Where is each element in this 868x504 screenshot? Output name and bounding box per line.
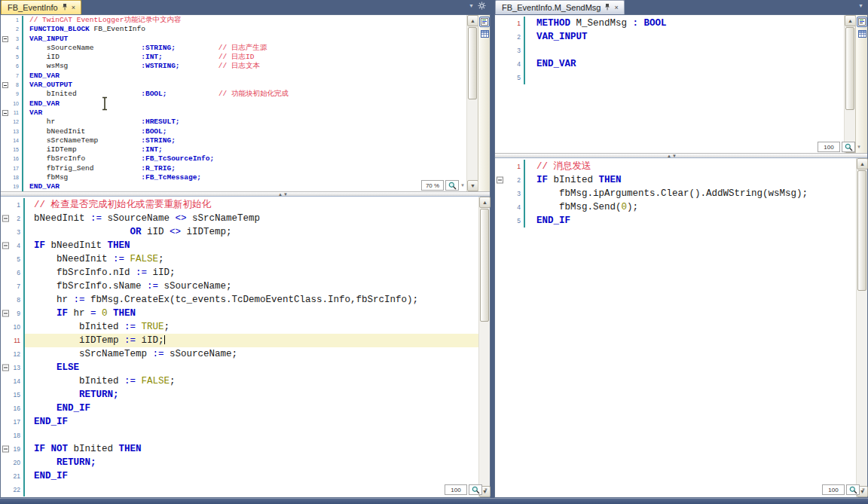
code-line[interactable]: 17 fbTrig_Send :R_TRIG; [1, 164, 490, 173]
declaration-editor[interactable]: 1// TwinCAT EventLogger功能记录中文内容2FUNCTION… [1, 15, 490, 191]
code-line[interactable]: 16 fbSrcInfo :FB_TcSourceInfo; [1, 154, 490, 163]
fold-toggle-icon[interactable] [495, 173, 507, 187]
pin-icon[interactable] [62, 3, 68, 12]
zoom-magnifier-button[interactable] [469, 484, 482, 495]
zoom-level-value[interactable]: 100 [818, 142, 840, 152]
code-line[interactable]: 8 hr := fbMsg.CreateEx(tc_events.TcDemoE… [1, 293, 490, 307]
code-line[interactable]: 13 bNeedInit :BOOL; [1, 127, 490, 136]
code-line[interactable]: 7 fbSrcInfo.sName := sSourceName; [1, 279, 490, 293]
code-line[interactable]: 18 fbMsg :FB_TcMessage; [1, 173, 490, 182]
tab-overflow-icon[interactable]: ▼ [469, 3, 474, 8]
scrollbar-thumb[interactable] [857, 170, 866, 291]
code-line[interactable]: 4END_VAR [495, 57, 867, 71]
scroll-up-icon[interactable]: ▲ [845, 15, 856, 26]
code-line[interactable]: 7END_VAR [1, 72, 490, 81]
pin-icon[interactable] [604, 3, 610, 12]
code-line[interactable]: 1METHOD M_SendMsg : BOOL [495, 17, 867, 30]
fold-toggle-icon[interactable] [1, 442, 11, 456]
scrollbar-decl-left[interactable]: ▲ ▼ [466, 15, 478, 191]
code-line[interactable]: 3 [495, 44, 867, 57]
code-line[interactable]: 1// TwinCAT EventLogger功能记录中文内容 [1, 16, 490, 25]
code-line[interactable]: 3 fbMsg.ipArguments.Clear().AddWString(w… [495, 187, 867, 200]
code-line[interactable]: 1// 检查是否完成初始化或需要重新初始化 [1, 198, 490, 212]
textual-view-button[interactable] [479, 17, 490, 27]
method-implementation-editor[interactable]: 1// 消息发送2IF bInited THEN3 fbMsg.ipArgume… [495, 158, 867, 497]
code-line[interactable]: 22 [1, 483, 490, 496]
code-line[interactable]: 10 bInited := TRUE; [1, 320, 490, 334]
scrollbar-thumb[interactable] [845, 27, 854, 110]
scroll-up-icon[interactable]: ▲ [479, 197, 491, 208]
tabular-view-button[interactable] [479, 29, 490, 39]
fold-toggle-icon[interactable] [1, 212, 11, 225]
pane-splitter-right[interactable]: ▲▼ [495, 153, 867, 158]
close-icon[interactable]: × [614, 5, 618, 11]
code-line[interactable]: 15 RETURN; [1, 388, 490, 402]
code-line[interactable]: 9 bInited :BOOL; // 功能块初始化完成 [1, 90, 490, 99]
options-gear-icon[interactable] [478, 2, 486, 11]
fold-toggle-icon[interactable] [1, 361, 11, 374]
code-line[interactable]: 4IF bNeedInit THEN [1, 239, 490, 252]
code-line[interactable]: 9 IF hr = 0 THEN [1, 307, 490, 320]
scroll-down-icon[interactable]: ▼ [467, 180, 478, 191]
code-line[interactable]: 3 OR iID <> iIDTemp; [1, 225, 490, 239]
fold-toggle-icon[interactable] [1, 35, 11, 44]
close-icon[interactable]: × [72, 5, 75, 11]
code-line[interactable]: 2VAR_INPUT [495, 30, 867, 44]
code-line[interactable]: 19END_VAR [1, 182, 490, 191]
code-line[interactable]: 2bNeedInit := sSourceName <> sSrcNameTem… [1, 212, 490, 225]
code-line[interactable]: 21END_IF [1, 469, 490, 483]
fold-toggle-icon[interactable] [1, 307, 11, 320]
fold-toggle-icon[interactable] [1, 239, 11, 252]
implementation-editor[interactable]: 1// 检查是否完成初始化或需要重新初始化2bNeedInit := sSour… [1, 197, 490, 497]
fold-toggle-icon[interactable] [1, 108, 11, 118]
zoom-level-value[interactable]: 100 [445, 484, 467, 495]
fold-toggle-icon[interactable] [1, 81, 11, 90]
tab-fb-eventinfo-m-sendmsg[interactable]: FB_EventInfo.M_SendMsg × [495, 0, 625, 14]
code-line[interactable]: 16 END_IF [1, 402, 490, 415]
code-line[interactable]: 12 hr :HRESULT; [1, 118, 490, 127]
code-line[interactable]: 2FUNCTION_BLOCK FB_EventInfo [1, 25, 490, 34]
code-line[interactable]: 11VAR [1, 108, 490, 118]
code-line[interactable]: 13 ELSE [1, 361, 490, 374]
scroll-up-icon[interactable]: ▲ [467, 15, 478, 26]
scrollbar-decl-right[interactable]: ▲ ▼ [844, 15, 855, 153]
code-line[interactable]: 11 iIDTemp := iID; [1, 334, 490, 347]
code-line[interactable]: 12 sSrcNameTemp := sSourceName; [1, 347, 490, 361]
code-line[interactable]: 6 wsMsg :WSTRING; // 日志文本 [1, 62, 490, 71]
code-line[interactable]: 8VAR_OUTPUT [1, 81, 490, 90]
tabular-view-button[interactable] [857, 29, 867, 39]
scrollbar-thumb[interactable] [468, 27, 477, 99]
scrollbar-impl-right[interactable]: ▲ ▼ [856, 158, 867, 497]
code-line[interactable]: 6 fbSrcInfo.nId := iID; [1, 266, 490, 279]
code-line[interactable]: 4 fbMsg.Send(0); [495, 200, 867, 214]
zoom-dropdown-icon[interactable]: ▼ [861, 487, 866, 492]
code-line[interactable]: 19IF NOT bInited THEN [1, 442, 490, 456]
code-line[interactable]: 14 sSrcNameTemp :STRING; [1, 136, 490, 145]
zoom-level-value[interactable]: 100 [822, 484, 845, 495]
code-line[interactable]: 10END_VAR [1, 99, 490, 108]
code-line[interactable]: 1// 消息发送 [495, 160, 867, 173]
zoom-dropdown-icon[interactable]: ▼ [460, 183, 465, 188]
zoom-dropdown-icon[interactable]: ▼ [857, 145, 861, 149]
zoom-magnifier-button[interactable] [846, 484, 860, 495]
method-declaration-editor[interactable]: 1METHOD M_SendMsg : BOOL2VAR_INPUT34END_… [495, 15, 867, 153]
zoom-dropdown-icon[interactable]: ▼ [484, 487, 488, 492]
code-line[interactable]: 5 [495, 71, 867, 84]
zoom-level-value[interactable]: 70 % [421, 180, 444, 191]
zoom-magnifier-button[interactable] [842, 142, 855, 152]
code-line[interactable]: 18 [1, 429, 490, 442]
zoom-magnifier-button[interactable] [445, 180, 459, 191]
code-line[interactable]: 5 iID :INT; // 日志ID [1, 53, 490, 62]
code-line[interactable]: 5 bNeedInit := FALSE; [1, 252, 490, 266]
scrollbar-impl-left[interactable]: ▲ ▼ [478, 197, 490, 497]
code-line[interactable]: 2IF bInited THEN [495, 173, 867, 187]
code-line[interactable]: 4 sSourceName :STRING; // 日志产生源 [1, 44, 490, 53]
code-line[interactable]: 15 iIDTemp :INT; [1, 145, 490, 154]
code-line[interactable]: 3VAR_INPUT [1, 35, 490, 44]
pane-splitter-left[interactable]: ▲▼ [1, 191, 490, 197]
code-line[interactable]: 20 RETURN; [1, 456, 490, 469]
textual-view-button[interactable] [857, 17, 867, 27]
tab-overflow-icon[interactable]: ▼ [858, 3, 863, 8]
tab-fb-eventinfo[interactable]: FB_EventInfo × [1, 0, 81, 14]
code-line[interactable]: 5END_IF [495, 214, 867, 228]
